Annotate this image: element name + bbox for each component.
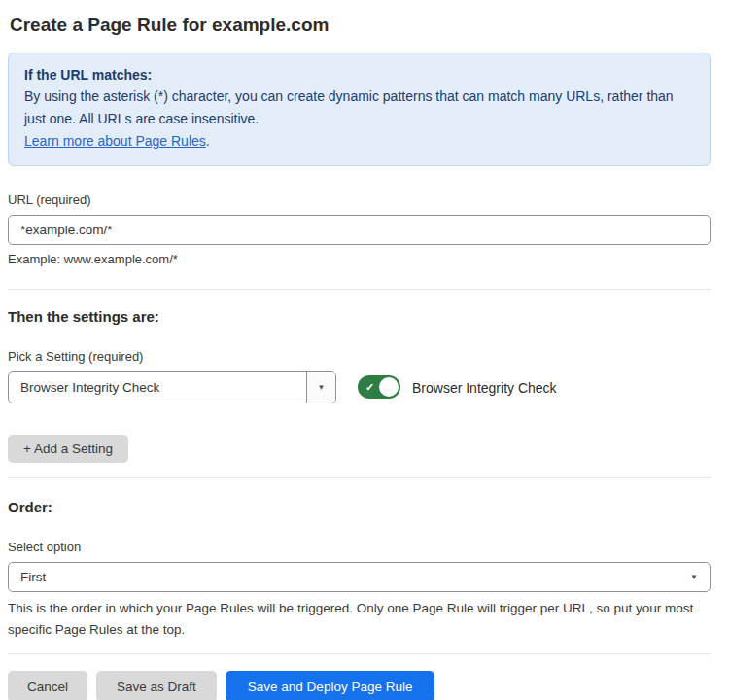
order-helper-text: This is the order in which your Page Rul… <box>8 598 711 641</box>
page-title: Create a Page Rule for example.com <box>10 13 711 38</box>
divider <box>8 289 711 290</box>
url-input[interactable] <box>8 215 711 245</box>
info-box-heading: If the URL matches: <box>24 64 694 86</box>
info-box-body: By using the asterisk (*) character, you… <box>24 86 694 130</box>
url-field-label: URL (required) <box>8 192 711 208</box>
divider <box>8 653 711 654</box>
form-actions: Cancel Save as Draft Save and Deploy Pag… <box>8 671 711 700</box>
link-period: . <box>206 133 210 149</box>
cancel-button[interactable]: Cancel <box>8 671 87 700</box>
toggle-setting-label: Browser Integrity Check <box>412 380 557 396</box>
pick-setting-label: Pick a Setting (required) <box>8 349 711 365</box>
setting-row: Browser Integrity Check ▼ ✓ Browser Inte… <box>8 371 711 403</box>
setting-dropdown-value: Browser Integrity Check <box>9 372 306 402</box>
url-matches-info-box: If the URL matches: By using the asteris… <box>8 52 711 166</box>
divider <box>8 477 711 478</box>
save-and-deploy-button[interactable]: Save and Deploy Page Rule <box>226 671 435 700</box>
setting-dropdown-caret-button[interactable]: ▼ <box>306 372 335 402</box>
toggle-knob <box>379 377 399 397</box>
order-select-label: Select option <box>8 540 711 555</box>
order-select[interactable]: First ▼ <box>8 562 711 592</box>
check-icon: ✓ <box>365 382 374 393</box>
setting-dropdown[interactable]: Browser Integrity Check ▼ <box>8 371 336 403</box>
save-as-draft-button[interactable]: Save as Draft <box>96 671 217 700</box>
chevron-down-icon: ▼ <box>318 384 326 392</box>
browser-integrity-toggle[interactable]: ✓ <box>358 375 400 399</box>
create-page-rule-form: Create a Page Rule for example.com If th… <box>0 0 729 700</box>
settings-section-heading: Then the settings are: <box>8 307 711 326</box>
chevron-down-icon: ▼ <box>690 574 698 581</box>
add-setting-button[interactable]: + Add a Setting <box>8 435 128 463</box>
info-box-link-line: Learn more about Page Rules. <box>24 130 694 153</box>
url-helper-text: Example: www.example.com/* <box>8 251 711 267</box>
order-section-heading: Order: <box>8 498 711 516</box>
order-select-value: First <box>20 570 690 584</box>
learn-more-link[interactable]: Learn more about Page Rules <box>24 133 206 149</box>
